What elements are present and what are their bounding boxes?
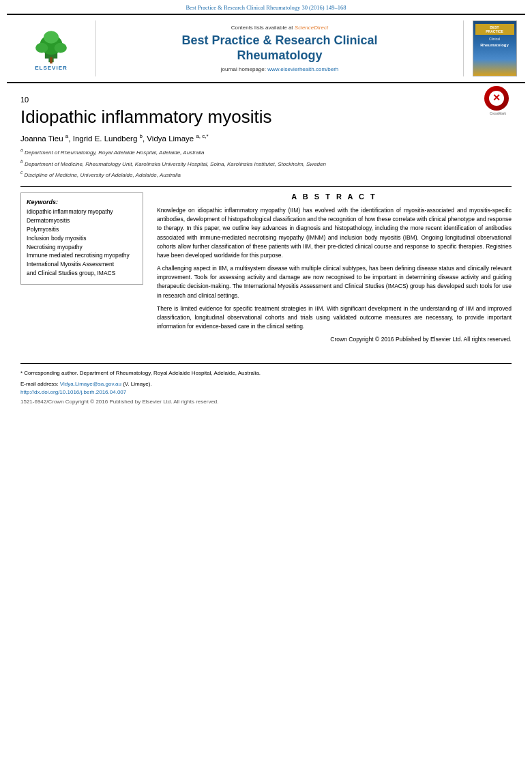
body-columns: Keywords: Idiopathic inflammatory myopat… [20,192,512,348]
keyword-7: International Myositis Assessment [27,261,137,269]
corresponding-star: * [207,133,209,139]
crossmark-label: CrossMark [484,111,512,115]
issn-line: 1521-6942/Crown Copyright © 2016 Publish… [20,398,512,406]
abstract-copyright: Crown Copyright © 2016 Published by Else… [157,335,512,344]
elsevier-tree-icon [24,26,78,63]
corresponding-author: * Corresponding author. Department of Rh… [20,369,512,377]
keyword-4: Inclusion body myositis [27,235,137,243]
email-link[interactable]: Vidya.Limaye@sa.gov.au [60,381,121,387]
svg-point-3 [35,43,48,53]
sciencedirect-link[interactable]: ScienceDirect [295,25,328,31]
journal-info: Contents lists available at ScienceDirec… [95,20,464,76]
journal-header: ELSEVIER Contents lists available at Sci… [7,14,525,83]
article-number: 10 [20,96,512,104]
article-title-container: ✕ CrossMark Idiopathic inflammatory myos… [20,106,512,128]
svg-point-5 [44,31,59,43]
keyword-5: Necrotising myopathy [27,244,137,252]
svg-rect-6 [50,57,53,63]
keywords-section: Keywords: Idiopathic inflammatory myopat… [20,192,143,348]
topbar-text: Best Practice & Research Clinical Rheuma… [186,4,346,11]
keyword-6: Immune mediated necrotising myopathy [27,252,137,260]
keywords-box: Keywords: Idiopathic inflammatory myopat… [20,192,143,285]
abstract-section: A B S T R A C T Knowledge on idiopathic … [157,192,512,348]
affiliation-b: b Department of Medicine, Rheumatology U… [20,158,512,169]
journal-cover: BESTPRACTICE Clinical Rheumatology [471,20,518,76]
doi-link[interactable]: http://dx.doi.org/10.1016/j.berh.2016.04… [20,388,512,397]
footer-divider [20,363,512,364]
abstract-para-1: Knowledge on idiopathic inflammatory myo… [157,206,512,260]
footer: * Corresponding author. Department of Rh… [0,369,532,412]
cover-title: Clinical [489,37,500,42]
cover-image: BESTPRACTICE Clinical Rheumatology [473,20,517,76]
affil-sup-a-2: a, c, [196,133,206,139]
keyword-2: Dermatomyositis [27,217,137,225]
crossmark-circle: ✕ [484,86,509,111]
abstract-header: A B S T R A C T [157,192,512,201]
crossmark-x-icon: ✕ [492,94,501,103]
svg-point-4 [55,43,67,53]
authors-line: Joanna Tieu a, Ingrid E. Lundberg b, Vid… [20,133,512,143]
elsevier-name: ELSEVIER [35,65,68,71]
affiliations: a Department of Rheumatology, Royal Adel… [20,147,512,180]
keyword-8: and Clinical Studies group, IMACS [27,270,137,278]
email-line: E-mail address: Vidya.Limaye@sa.gov.au (… [20,380,512,388]
cover-rheumatology: Rheumatology [480,43,509,47]
affil-sup-b: b [140,133,143,139]
cover-best-practice: BESTPRACTICE [475,24,514,35]
article-title: Idiopathic inflammatory myositis [20,106,512,128]
journal-reference: Best Practice & Research Clinical Rheuma… [0,0,532,14]
contents-line: Contents lists available at ScienceDirec… [231,25,328,31]
main-content: 10 ✕ CrossMark Idiopathic inflammatory m… [0,83,532,355]
abstract-body: Knowledge on idiopathic inflammatory myo… [157,206,512,344]
elsevier-logo: ELSEVIER [14,20,89,76]
affiliation-c: c Discipline of Medicine, University of … [20,169,512,180]
crossmark-badge: ✕ CrossMark [484,86,512,113]
abstract-para-3: There is limited evidence for specific t… [157,304,512,332]
keywords-title: Keywords: [27,199,137,205]
affiliation-a: a Department of Rheumatology, Royal Adel… [20,147,512,157]
journal-title: Best Practice & Research Clinical Rheuma… [181,33,377,63]
journal-homepage: journal homepage: www.elsevierhealth.com… [221,66,339,72]
abstract-para-2: A challenging aspect in IIM, a multisyst… [157,264,512,300]
affil-sup-a-1: a [65,133,68,139]
keyword-1: Idiopathic inflammatory myopathy [27,208,137,216]
keyword-3: Polymyositis [27,226,137,234]
homepage-url[interactable]: www.elsevierhealth.com/berh [267,66,338,72]
crossmark-inner: ✕ [489,91,504,106]
divider [20,186,512,187]
